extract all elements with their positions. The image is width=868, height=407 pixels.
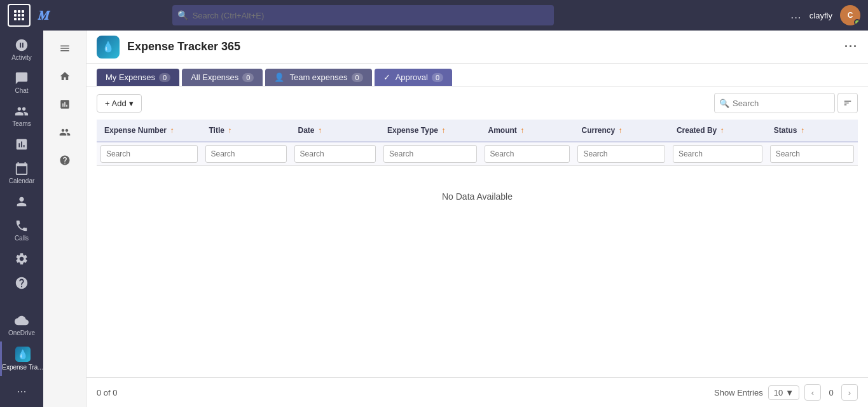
- add-button[interactable]: + Add ▾: [97, 94, 142, 113]
- sidebar-item-activity[interactable]: Activity: [0, 31, 43, 66]
- sidebar-item-chat-label: Chat: [15, 87, 28, 94]
- table-footer: 0 of 0 Show Entries 10 ▼ ‹ 0 ›: [86, 377, 868, 407]
- col-expense-type-sort: ↑: [441, 126, 445, 135]
- entries-per-page-value: 10: [774, 388, 783, 397]
- sidebar-item-chat[interactable]: Chat: [0, 66, 43, 99]
- toolbar-search-icon: 🔍: [719, 99, 729, 108]
- pagination-wrap: Show Entries 10 ▼ ‹ 0 ›: [714, 384, 858, 401]
- col-date-label: Date: [298, 126, 315, 135]
- col-amount[interactable]: Amount ↑: [481, 120, 574, 142]
- search-status-input[interactable]: [770, 145, 854, 163]
- col-title-sort: ↑: [228, 126, 231, 135]
- home-icon: [59, 71, 71, 82]
- search-created-by-input[interactable]: [673, 145, 762, 163]
- people-icon: [59, 127, 71, 138]
- table-header-row: Expense Number ↑ Title ↑ Date ↑ Expens: [97, 120, 858, 142]
- search-expense-number-input[interactable]: [100, 145, 198, 163]
- sidebar-item-apps[interactable]: Apps: [0, 402, 43, 407]
- col-created-by[interactable]: Created By ↑: [669, 120, 766, 142]
- settings-icon: [15, 252, 29, 266]
- teams-logo-icon[interactable]: 𝑴: [38, 8, 50, 23]
- sidebar-item-help[interactable]: [0, 271, 43, 295]
- sidebar-more-button[interactable]: ...: [0, 376, 43, 402]
- toolbar-search-input[interactable]: [714, 93, 835, 113]
- next-chevron-icon: ›: [848, 388, 851, 397]
- col-expense-number-sort: ↑: [170, 126, 174, 135]
- search-currency-input[interactable]: [577, 145, 665, 163]
- search-expense-number-cell: [97, 142, 202, 166]
- onedrive-icon: [15, 314, 29, 328]
- col-status-label: Status: [774, 126, 797, 135]
- topbar-more-button[interactable]: ...: [791, 11, 802, 20]
- col-expense-type[interactable]: Expense Type ↑: [380, 120, 480, 142]
- tab-team-expenses[interactable]: 👤 Team expenses 0: [265, 69, 371, 86]
- search-expense-type-input[interactable]: [383, 145, 476, 163]
- sidebar-item-onedrive[interactable]: OneDrive: [0, 308, 43, 341]
- question-icon: [59, 155, 71, 166]
- page-number: 0: [826, 388, 836, 397]
- search-title-input[interactable]: [205, 145, 287, 163]
- topbar-right: ... clayfly C: [791, 5, 860, 25]
- sidebar-item-settings[interactable]: [0, 247, 43, 271]
- no-data-row: No Data Available: [97, 166, 858, 228]
- sidebar-item-calls-label: Calls: [15, 235, 29, 242]
- col-expense-number[interactable]: Expense Number ↑: [97, 120, 202, 142]
- calls-icon: [15, 219, 29, 233]
- search-expense-type-cell: [380, 142, 480, 166]
- search-created-by-cell: [669, 142, 766, 166]
- people-button[interactable]: [52, 120, 78, 145]
- search-currency-cell: [574, 142, 668, 166]
- sidebar-item-contacts[interactable]: [0, 190, 43, 214]
- sidebar-item-calls[interactable]: Calls: [0, 214, 43, 247]
- pagination-prev-button[interactable]: ‹: [804, 384, 821, 401]
- chart-button[interactable]: [52, 92, 78, 117]
- sidebar-item-teams[interactable]: Teams: [0, 99, 43, 132]
- col-expense-number-label: Expense Number: [104, 126, 167, 135]
- col-amount-sort: ↑: [520, 126, 524, 135]
- no-data-message: No Data Available: [442, 191, 513, 202]
- pagination-next-button[interactable]: ›: [841, 384, 858, 401]
- sidebar: Activity Chat Teams Calendar Calls: [0, 31, 43, 407]
- waffle-button[interactable]: [8, 4, 31, 27]
- col-status[interactable]: Status ↑: [766, 120, 858, 142]
- home-button[interactable]: [52, 64, 78, 89]
- col-created-by-sort: ↑: [720, 126, 724, 135]
- question-button[interactable]: [52, 148, 78, 173]
- toolbar-filter-button[interactable]: [837, 93, 858, 113]
- sidebar-item-expense-tracker[interactable]: 💧 Expense Tra...: [0, 341, 43, 376]
- topbar-search-icon: 🔍: [177, 10, 188, 20]
- waffle-icon: [14, 10, 24, 20]
- col-date[interactable]: Date ↑: [291, 120, 380, 142]
- tab-my-expenses[interactable]: My Expenses 0: [97, 69, 179, 86]
- tab-my-expenses-count: 0: [159, 73, 170, 82]
- toolbar-search-field: 🔍: [714, 93, 835, 113]
- tab-approval[interactable]: ✓ Approval 0: [375, 69, 452, 86]
- app-header-more-button[interactable]: ···: [844, 40, 858, 53]
- online-status-indicator: [854, 19, 860, 25]
- col-currency[interactable]: Currency ↑: [574, 120, 668, 142]
- data-table: Expense Number ↑ Title ↑ Date ↑ Expens: [97, 120, 858, 227]
- search-date-input[interactable]: [294, 145, 376, 163]
- contacts-icon: [15, 195, 29, 209]
- entry-count-label: 0 of 0: [97, 388, 118, 397]
- tab-team-expenses-label: Team expenses: [289, 72, 347, 82]
- sidebar-item-calendar-label: Calendar: [9, 177, 35, 184]
- toolbar-search-wrap: 🔍: [714, 93, 858, 113]
- show-entries-label: Show Entries: [714, 388, 763, 397]
- hamburger-menu-button[interactable]: [52, 36, 78, 61]
- sidebar-item-analytics[interactable]: [0, 132, 43, 156]
- entries-per-page-select[interactable]: 10 ▼: [768, 385, 799, 400]
- user-avatar[interactable]: C: [840, 5, 860, 25]
- sidebar-item-activity-label: Activity: [11, 54, 32, 61]
- col-title[interactable]: Title ↑: [202, 120, 291, 142]
- col-status-sort: ↑: [801, 126, 804, 135]
- tab-all-expenses-count: 0: [242, 73, 254, 82]
- sidebar-item-calendar[interactable]: Calendar: [0, 156, 43, 190]
- topbar-search-input[interactable]: [172, 5, 554, 25]
- calendar-icon: [15, 162, 29, 176]
- search-amount-input[interactable]: [485, 145, 570, 163]
- entries-dropdown-icon: ▼: [785, 388, 794, 397]
- chart-icon: [59, 99, 71, 110]
- sidebar-item-onedrive-label: OneDrive: [8, 329, 35, 336]
- tab-all-expenses[interactable]: All Expenses 0: [182, 69, 263, 86]
